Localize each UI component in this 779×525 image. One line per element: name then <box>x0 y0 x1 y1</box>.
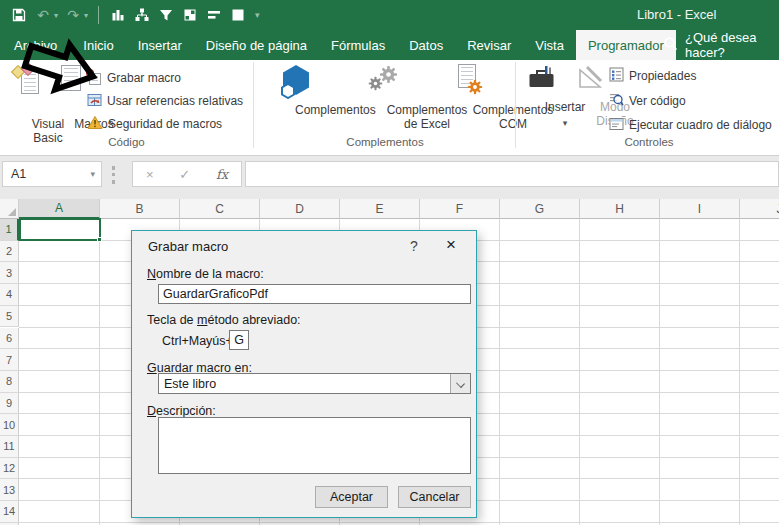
seguridad-de-macros-button[interactable]: Seguridad de macros <box>87 115 222 133</box>
formula-input[interactable] <box>245 161 779 187</box>
column-header-G[interactable]: G <box>500 199 580 219</box>
description-textarea[interactable] <box>158 417 471 474</box>
column-header-H[interactable]: H <box>580 199 660 219</box>
view-code-icon <box>609 92 624 110</box>
row-header-7[interactable]: 7 <box>0 349 19 371</box>
group-separator <box>515 62 516 148</box>
cancelar-button[interactable]: Cancelar <box>398 486 471 508</box>
selected-cell-A1[interactable] <box>19 218 101 241</box>
gridline-horizontal <box>19 522 779 523</box>
tab-fórmulas[interactable]: Fórmulas <box>319 30 397 60</box>
formula-bar: A1 ▾ × ✓ fx <box>0 156 779 199</box>
quick-access-toolbar: ↶▾ ↷▾ ▾ <box>0 6 260 24</box>
row-header-12[interactable]: 12 <box>0 458 19 480</box>
dialog-help-button[interactable]: ? <box>404 238 424 254</box>
bar-chart-icon[interactable] <box>109 6 127 24</box>
column-header-I[interactable]: I <box>660 199 740 219</box>
dialog-close-icon[interactable]: × <box>438 235 464 255</box>
usar-referencias-relativas-button[interactable]: Usar referencias relativas <box>87 92 243 110</box>
dialog-title: Grabar macro <box>148 239 228 254</box>
insert-function-icon[interactable]: fx <box>216 167 228 182</box>
run-dialog-icon <box>609 117 624 134</box>
undo-icon[interactable]: ↶ <box>34 6 52 24</box>
propiedades-button[interactable]: Propiedades <box>609 67 696 85</box>
row-header-4[interactable]: 4 <box>0 284 19 306</box>
chevron-down-icon <box>456 379 465 388</box>
add-ins-icon <box>279 63 313 102</box>
aceptar-button[interactable]: Aceptar <box>315 486 388 508</box>
undo-caret-icon[interactable]: ▾ <box>54 11 58 20</box>
column-header-A[interactable]: A <box>19 199 100 219</box>
column-header-F[interactable]: F <box>420 199 500 219</box>
cancel-icon[interactable]: × <box>146 167 154 182</box>
ver-codigo-button[interactable]: Ver código <box>609 92 686 110</box>
name-box[interactable]: A1 ▾ <box>2 161 102 187</box>
group-label-codigo: Código <box>0 136 253 148</box>
ribbon: Visual Basic Macros Grabar macro Usar re… <box>0 60 779 156</box>
column-header-B[interactable]: B <box>100 199 180 219</box>
warning-triangle-icon <box>87 115 103 133</box>
fill-handle[interactable] <box>97 237 102 242</box>
square-icon[interactable] <box>229 6 247 24</box>
search-icon <box>663 36 678 54</box>
annotation-arrow-icon <box>20 30 100 106</box>
excel-window: ↶▾ ↷▾ ▾ Libro1 - Excel <box>0 0 779 525</box>
row-header-8[interactable]: 8 <box>0 371 19 393</box>
search-label: ¿Qué desea hacer? <box>685 30 779 60</box>
redo-caret-icon[interactable]: ▾ <box>84 11 88 20</box>
row-header-6[interactable]: 6 <box>0 328 19 350</box>
hierarchy-icon[interactable] <box>133 6 151 24</box>
excel-add-ins-icon <box>367 64 399 96</box>
ejecutar-cuadro-dialogo-button[interactable]: Ejecutar cuadro de diálogo <box>609 116 772 134</box>
properties-icon <box>609 67 624 85</box>
group-separator <box>253 62 254 148</box>
grabar-macro-dialog: Grabar macro ? × Nombre de la macro: Tec… <box>131 230 477 518</box>
row-header-2[interactable]: 2 <box>0 241 19 263</box>
redo-icon[interactable]: ↷ <box>64 6 82 24</box>
column-header-C[interactable]: C <box>180 199 260 219</box>
column-header-D[interactable]: D <box>260 199 340 219</box>
shortcut-label: Tecla de método abreviado: <box>147 313 301 327</box>
row-header-13[interactable]: 13 <box>0 479 19 501</box>
row-header-5[interactable]: 5 <box>0 306 19 328</box>
tab-programador[interactable]: Programador <box>576 30 676 60</box>
tab-diseño-de-página[interactable]: Diseño de página <box>194 30 319 60</box>
row-header-1[interactable]: 1 <box>0 219 19 241</box>
formula-buttons: × ✓ fx <box>132 161 242 187</box>
grabar-macro-button[interactable]: Grabar macro <box>87 69 181 87</box>
align-icon[interactable] <box>205 6 223 24</box>
checkerboard-icon[interactable] <box>181 6 199 24</box>
save-macro-in-select[interactable]: Este libro <box>158 373 471 394</box>
tab-insertar[interactable]: Insertar <box>126 30 194 60</box>
row-header-9[interactable]: 9 <box>0 393 19 415</box>
tell-me-search[interactable]: ¿Qué desea hacer? <box>663 30 779 60</box>
row-header-11[interactable]: 11 <box>0 436 19 458</box>
shortcut-key-input[interactable]: G <box>229 330 249 350</box>
shortcut-prefix: Ctrl+Mayús+ <box>162 334 233 348</box>
filter-icon[interactable] <box>157 6 175 24</box>
column-headers: ABCDEFGHIJ <box>0 199 779 219</box>
customize-qat-caret-icon[interactable]: ▾ <box>255 10 260 20</box>
combo-dropdown-button[interactable] <box>450 374 470 393</box>
row-header-3[interactable]: 3 <box>0 262 19 284</box>
row-header-10[interactable]: 10 <box>0 414 19 436</box>
window-title: Libro1 - Excel <box>637 7 716 22</box>
formula-bar-grip[interactable] <box>112 166 115 184</box>
column-header-E[interactable]: E <box>340 199 420 219</box>
title-bar: ↶▾ ↷▾ ▾ Libro1 - Excel <box>0 0 779 30</box>
column-header-J[interactable]: J <box>740 199 779 219</box>
tab-revisar[interactable]: Revisar <box>455 30 523 60</box>
row-header-14[interactable]: 14 <box>0 501 19 523</box>
tab-datos[interactable]: Datos <box>397 30 455 60</box>
group-label-controles: Controles <box>519 136 779 148</box>
design-mode-icon <box>578 65 604 94</box>
toolbox-icon <box>528 65 556 94</box>
macro-name-input[interactable] <box>158 284 471 304</box>
qat-separator <box>98 6 99 24</box>
save-icon[interactable] <box>10 6 28 24</box>
macro-name-label: Nombre de la macro: <box>147 267 264 281</box>
tab-vista[interactable]: Vista <box>523 30 576 60</box>
name-box-caret-icon[interactable]: ▾ <box>90 169 95 179</box>
enter-icon[interactable]: ✓ <box>179 167 190 182</box>
description-label: Descripción: <box>147 404 216 418</box>
